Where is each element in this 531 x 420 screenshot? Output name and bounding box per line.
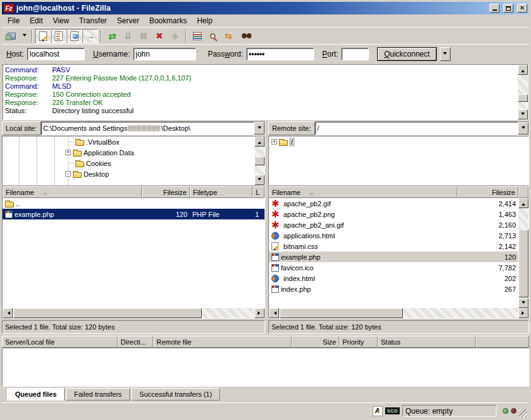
directory-comparison-button[interactable] [205, 29, 221, 43]
toggle-remote-tree-button[interactable] [67, 29, 82, 43]
minimize-button[interactable] [490, 4, 500, 13]
menu-transfer[interactable]: Transfer [74, 15, 112, 26]
file-row[interactable]: apache_pb2_ani.gif2,160 [269, 219, 518, 230]
password-input[interactable] [246, 48, 314, 60]
scrollbar-thumb[interactable] [518, 94, 528, 102]
scroll-up-button[interactable] [518, 65, 528, 75]
port-input[interactable] [341, 48, 369, 60]
maximize-button[interactable] [503, 4, 513, 13]
file-row[interactable]: bitnami.css2,142 [269, 241, 518, 251]
scroll-down-button[interactable] [255, 175, 265, 185]
scrollbar-thumb[interactable] [280, 308, 403, 318]
file-row[interactable]: applications.html2,713 [269, 230, 518, 241]
remote-selection-status: Selected 1 file. Total size: 120 bytes [268, 320, 529, 334]
file-row[interactable]: apache_pb2.gif2,414 [269, 198, 518, 209]
local-site-dropdown[interactable] [254, 122, 265, 135]
parent-directory-row[interactable]: .. [3, 198, 265, 209]
tab-failed-transfers[interactable]: Failed transfers [66, 388, 130, 401]
host-input[interactable] [27, 48, 85, 60]
column-size[interactable]: Size [292, 336, 339, 348]
remote-list-horizontal-scrollbar[interactable] [269, 308, 528, 318]
column-status[interactable]: Status [378, 336, 476, 348]
column-priority[interactable]: Priority [339, 336, 378, 348]
process-queue-button[interactable]: ⇊ [120, 29, 136, 43]
tab-successful-transfers[interactable]: Successful transfers (1) [131, 388, 221, 401]
log-vertical-scrollbar[interactable] [518, 65, 528, 119]
close-button[interactable]: ✕ [517, 4, 527, 13]
scrollbar-thumb[interactable] [255, 157, 265, 165]
tree-item-desktop[interactable]: - Desktop [3, 169, 265, 179]
scroll-left-button[interactable] [269, 308, 279, 318]
expand-minus-icon[interactable]: - [65, 171, 71, 177]
file-row-selected[interactable]: example.php120 [269, 251, 518, 262]
local-tree-vertical-scrollbar[interactable] [255, 136, 265, 185]
folder-icon [5, 202, 14, 207]
menu-file[interactable]: File [3, 15, 25, 26]
resize-grip[interactable] [519, 409, 527, 417]
menu-edit[interactable]: Edit [25, 15, 48, 26]
disconnect-button[interactable]: ✖ [151, 29, 167, 43]
file-row[interactable]: favicon.ico7,782 [269, 262, 518, 273]
window-title: john@localhost - FileZilla [16, 4, 486, 13]
filter-button[interactable] [189, 29, 205, 43]
column-filetype[interactable]: Filetype [190, 186, 253, 198]
toggle-queue-button[interactable]: → [82, 29, 98, 43]
column-filesize[interactable]: Filesize [142, 186, 190, 198]
column-remote-file[interactable]: Remote file [153, 336, 292, 348]
site-manager-dropdown[interactable] [19, 29, 29, 43]
find-files-button[interactable] [236, 29, 252, 43]
column-server-local-file[interactable]: Server/Local file [2, 336, 118, 348]
scrollbar-thumb[interactable] [518, 229, 528, 297]
file-row[interactable]: index.html202 [269, 273, 518, 284]
cancel-operation-button[interactable]: ⊠ [136, 29, 151, 43]
remote-site-path: / [317, 124, 518, 132]
column-filename[interactable]: Filename [269, 186, 457, 198]
local-list-horizontal-scrollbar[interactable] [3, 308, 265, 318]
column-filesize[interactable]: Filesize [457, 186, 518, 198]
local-site-combobox[interactable]: C:\Documents and Settings\Desktop\ [41, 121, 265, 135]
tree-item-application-data[interactable]: + Application Data [3, 147, 265, 158]
quickconnect-dropdown[interactable] [440, 47, 451, 61]
tree-item-root[interactable]: + / [269, 136, 528, 147]
tab-queued-files[interactable]: Queued files [7, 388, 65, 401]
column-direction[interactable]: Directi... [118, 336, 153, 348]
quickconnect-button[interactable]: Quickconnect [377, 47, 437, 61]
scroll-down-button[interactable] [518, 298, 528, 308]
reconnect-button[interactable]: ◆ [167, 29, 183, 43]
toggle-local-tree-button[interactable] [51, 29, 67, 43]
toggle-message-log-button[interactable] [35, 29, 51, 43]
remote-list-vertical-scrollbar[interactable] [518, 198, 528, 308]
file-row-selected[interactable]: example.php 120 PHP File 1 [3, 209, 265, 219]
open-folder-icon [279, 140, 288, 146]
tree-item-cookies[interactable]: Cookies [3, 158, 265, 169]
synchronized-browsing-button[interactable]: ⇆ [221, 29, 236, 43]
file-list-panes: Filename Filesize Filetype L .. example.… [2, 185, 529, 319]
queue-list-body[interactable] [2, 348, 529, 387]
site-manager-button[interactable] [4, 29, 19, 43]
scroll-down-button[interactable] [518, 109, 528, 119]
maximize-icon [506, 6, 511, 11]
refresh-button[interactable]: ⇄ [104, 29, 120, 43]
tree-item-virtualbox[interactable]: .VirtualBox [3, 136, 265, 147]
column-filename[interactable]: Filename [3, 186, 142, 198]
remote-site-combobox[interactable]: / [315, 121, 529, 135]
file-row[interactable]: index.php267 [269, 284, 518, 294]
menu-server[interactable]: Server [112, 15, 144, 26]
directory-comparison-icon [210, 33, 216, 39]
remote-site-dropdown[interactable] [518, 122, 528, 135]
file-row[interactable]: apache_pb2.png1,463 [269, 209, 518, 219]
scrollbar-thumb[interactable] [13, 308, 202, 318]
scroll-up-button[interactable] [518, 198, 528, 208]
username-input[interactable] [133, 48, 196, 60]
menu-bookmarks[interactable]: Bookmarks [144, 15, 192, 26]
menu-help[interactable]: Help [192, 15, 217, 26]
expand-plus-icon[interactable]: + [65, 150, 71, 155]
scroll-up-button[interactable] [255, 136, 265, 146]
scroll-left-button[interactable] [3, 308, 13, 318]
menu-view[interactable]: View [48, 15, 74, 26]
column-last-modified[interactable]: L [253, 186, 265, 198]
scroll-right-button[interactable] [518, 308, 528, 318]
log-line: Command:PASV [5, 66, 515, 74]
scroll-right-button[interactable] [255, 308, 265, 318]
expand-plus-icon[interactable]: + [271, 139, 277, 145]
